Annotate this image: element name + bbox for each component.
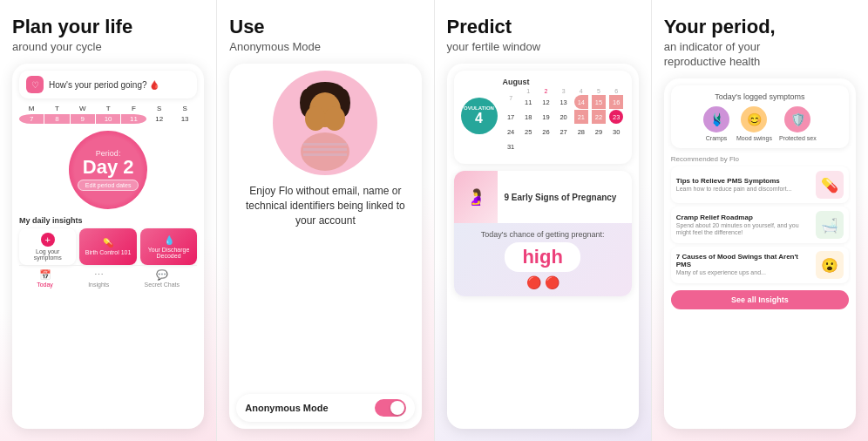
edit-period-button[interactable]: Edit period dates xyxy=(78,180,139,191)
panel-predict: Predict your fertile window OVULATION 4 … xyxy=(435,0,652,441)
mood-icon: 😊 xyxy=(741,106,767,132)
preg-image: 🤰 xyxy=(454,171,498,223)
person-illustration xyxy=(277,75,373,171)
panel3-heading: Predict xyxy=(447,16,639,38)
bottom-nav: 📅 Today ⋯ Insights 💬 Secret Chats xyxy=(19,265,197,288)
anon-mode-label: Anonymous Mode xyxy=(245,403,328,413)
svg-point-7 xyxy=(301,132,349,171)
birth-control-label: Birth Control 101 xyxy=(85,249,132,255)
preg-top: 🤰 9 Early Signs of Pregnancy xyxy=(454,171,632,223)
anon-description: Enjoy Flo without email, name or technic… xyxy=(236,184,414,383)
chance-value: high xyxy=(505,242,580,272)
panel4-subheading: an indicator of your reproductive health xyxy=(664,40,856,70)
nav-today-label: Today xyxy=(37,282,53,288)
article-mood[interactable]: 7 Causes of Mood Swings that Aren't PMS … xyxy=(671,247,849,283)
svg-rect-8 xyxy=(303,143,347,146)
insights-icon: ⋯ xyxy=(94,269,104,281)
symptoms-title: Today's logged symptoms xyxy=(678,92,842,101)
svg-rect-10 xyxy=(303,153,347,156)
symptom-cramps: 🩱 Cramps xyxy=(703,106,729,141)
panel1-phone: ♡ How's your period going? 🩸 M T W T F S… xyxy=(12,64,204,429)
ovulation-day: 4 xyxy=(475,111,483,126)
preg-title: 9 Early Signs of Pregnancy xyxy=(498,171,624,223)
cramps-icon: 🩱 xyxy=(703,106,729,132)
cal-header-row: OVULATION 4 August 1 2 3 4 5 6 xyxy=(461,78,625,153)
chance-section: Today's chance of getting pregnant: high… xyxy=(454,223,632,296)
svg-rect-9 xyxy=(303,148,347,151)
birth-control-card[interactable]: 💊 Birth Control 101 xyxy=(79,228,136,265)
period-label: Period: xyxy=(96,149,121,158)
svg-point-5 xyxy=(305,106,326,131)
panel2-phone: Enjoy Flo without email, name or technic… xyxy=(229,64,421,429)
add-icon: + xyxy=(41,233,55,247)
period-day: Day 2 xyxy=(83,158,134,177)
period-notification: ♡ How's your period going? 🩸 xyxy=(19,71,197,98)
period-circle-container: Period: Day 2 Edit period dates xyxy=(19,131,197,209)
today-icon: 📅 xyxy=(39,269,51,281)
log-symptoms-label: Log your symptoms xyxy=(23,248,72,261)
symptom-sex: 🛡️ Protected sex xyxy=(779,106,817,141)
article-pms-title: Tips to Relieve PMS Symptoms xyxy=(676,177,810,185)
panel4-heading: Your period, xyxy=(664,16,856,38)
panel4-phone: Today's logged symptoms 🩱 Cramps 😊 Mood … xyxy=(664,78,856,429)
panel1-subheading: around your cycle xyxy=(12,40,204,55)
person-container xyxy=(236,71,414,175)
panel2-heading: Use xyxy=(229,16,421,38)
nav-today[interactable]: 📅 Today xyxy=(37,269,53,288)
mood-label: Mood swings xyxy=(736,135,772,141)
see-all-button[interactable]: See all Insights xyxy=(671,290,849,309)
article-cramp-img: 🛁 xyxy=(816,211,844,239)
article-mood-title: 7 Causes of Mood Swings that Aren't PMS xyxy=(676,253,810,268)
panel-period-health: Your period, an indicator of your reprod… xyxy=(652,0,868,441)
article-cramp-text: Cramp Relief Roadmap Spend about 20 minu… xyxy=(676,214,810,237)
recommended-label: Recommended by Flo xyxy=(671,155,849,163)
article-mood-text: 7 Causes of Mood Swings that Aren't PMS … xyxy=(676,253,810,276)
nav-secret-label: Secret Chats xyxy=(145,282,180,288)
pregnancy-card: 🤰 9 Early Signs of Pregnancy Today's cha… xyxy=(454,171,632,296)
sperm-decoration: 🔴 🔴 xyxy=(461,275,625,289)
chance-label: Today's chance of getting pregnant: xyxy=(461,230,625,239)
anon-mode-toggle[interactable] xyxy=(375,399,406,417)
discharge-label: Your Discharge Decoded xyxy=(144,247,193,259)
article-pms[interactable]: Tips to Relieve PMS Symptoms Learn how t… xyxy=(671,166,849,203)
sex-label: Protected sex xyxy=(779,135,817,141)
sex-icon: 🛡️ xyxy=(784,106,810,132)
svg-point-6 xyxy=(324,106,345,131)
ovulation-chip: OVULATION 4 xyxy=(461,98,498,134)
notif-text: How's your period going? 🩸 xyxy=(49,80,159,90)
person-circle xyxy=(273,71,377,175)
panel2-subheading: Anonymous Mode xyxy=(229,40,421,55)
insights-cards: + Log your symptoms 💊 Birth Control 101 … xyxy=(19,228,197,265)
symptom-mood: 😊 Mood swings xyxy=(736,106,772,141)
month-title: August xyxy=(503,78,625,86)
nav-insights[interactable]: ⋯ Insights xyxy=(88,269,109,288)
panel-anonymous: Use Anonymous Mode xyxy=(217,0,434,441)
cramps-label: Cramps xyxy=(706,135,728,141)
notif-icon: ♡ xyxy=(26,76,44,93)
article-pms-text: Tips to Relieve PMS Symptoms Learn how t… xyxy=(676,177,810,193)
panel3-phone: OVULATION 4 August 1 2 3 4 5 6 xyxy=(447,64,639,429)
article-mood-desc: Many of us experience ups and... xyxy=(676,269,810,276)
article-pms-img: 💊 xyxy=(816,171,844,199)
discharge-card[interactable]: 💧 Your Discharge Decoded xyxy=(140,228,197,265)
article-mood-img: 😮 xyxy=(816,251,844,279)
anon-mode-row: Anonymous Mode xyxy=(236,394,414,422)
panel3-subheading: your fertile window xyxy=(447,40,639,55)
toggle-knob xyxy=(390,401,404,415)
symptoms-card: Today's logged symptoms 🩱 Cramps 😊 Mood … xyxy=(671,85,849,148)
calendar-strip: M T W T F S S 7 8 9 10 11 12 13 xyxy=(19,104,197,124)
nav-secret[interactable]: 💬 Secret Chats xyxy=(145,269,180,288)
panel1-heading: Plan your life xyxy=(12,16,204,38)
period-circle: Period: Day 2 Edit period dates xyxy=(69,131,147,209)
mini-calendar: 1 2 3 4 5 6 7 11 12 13 14 15 xyxy=(503,88,625,153)
ovulation-label: OVULATION xyxy=(464,105,494,112)
panel-plan: Plan your life around your cycle ♡ How's… xyxy=(0,0,217,441)
nav-insights-label: Insights xyxy=(88,282,109,288)
article-pms-desc: Learn how to reduce pain and discomfort.… xyxy=(676,186,810,193)
log-symptoms-card[interactable]: + Log your symptoms xyxy=(19,228,76,265)
article-cramp[interactable]: Cramp Relief Roadmap Spend about 20 minu… xyxy=(671,207,849,243)
insights-title: My daily insights xyxy=(19,216,197,225)
article-cramp-title: Cramp Relief Roadmap xyxy=(676,214,810,221)
app-container: Plan your life around your cycle ♡ How's… xyxy=(0,0,868,441)
symptom-icons: 🩱 Cramps 😊 Mood swings 🛡️ Protected sex xyxy=(678,106,842,141)
